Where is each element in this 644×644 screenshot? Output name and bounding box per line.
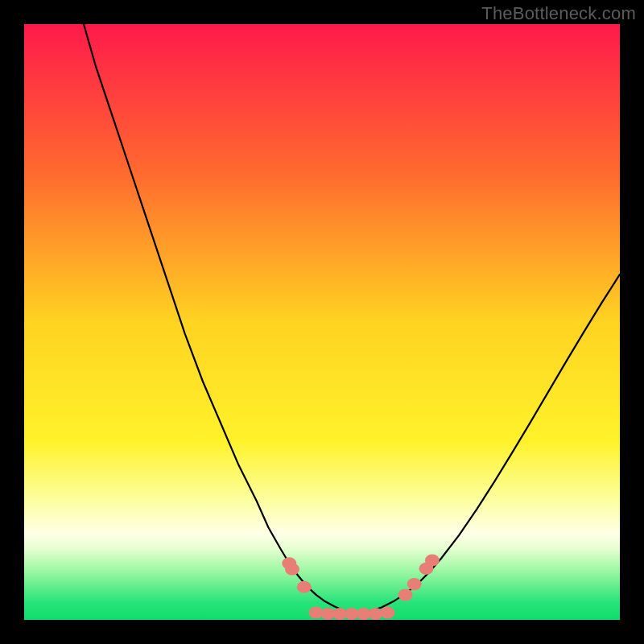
marker-point xyxy=(285,564,299,576)
chart-frame: TheBottleneck.com xyxy=(0,0,644,644)
marker-point xyxy=(407,578,422,590)
marker-point xyxy=(380,607,394,619)
series-left-curve xyxy=(84,24,357,614)
marker-point xyxy=(297,581,312,593)
series-right-curve xyxy=(357,275,620,614)
marker-point xyxy=(425,555,440,567)
watermark-text: TheBottleneck.com xyxy=(481,3,636,24)
curves-layer xyxy=(24,24,620,620)
plot-area xyxy=(24,24,620,620)
marker-point xyxy=(398,588,413,601)
